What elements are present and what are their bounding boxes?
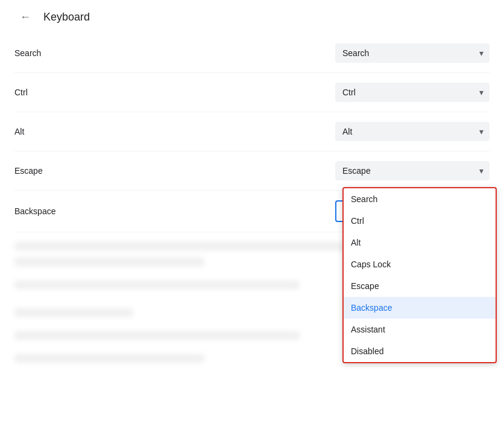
setting-row-alt: Alt Alt ▾	[14, 112, 490, 151]
back-button[interactable]: ←	[14, 6, 36, 28]
blurred-row-5	[14, 331, 300, 340]
search-select[interactable]: Search	[335, 43, 490, 63]
blurred-row-6	[14, 354, 204, 363]
dropdown-item-search[interactable]: Search	[344, 188, 496, 210]
setting-row-search: Search Search ▾	[14, 34, 490, 73]
blurred-row-3	[14, 281, 300, 289]
setting-row-escape: Escape Escape ▾	[14, 151, 490, 191]
backspace-label: Backspace	[14, 206, 55, 216]
ctrl-label: Ctrl	[14, 87, 28, 97]
page-title: Keyboard	[43, 11, 90, 24]
search-select-wrapper: Search ▾	[335, 43, 490, 63]
back-icon: ←	[20, 11, 31, 24]
escape-select[interactable]: Escape	[335, 161, 490, 180]
ctrl-select-wrapper: Ctrl ▾	[335, 83, 490, 102]
alt-label: Alt	[14, 127, 24, 136]
escape-select-wrapper: Escape ▾	[335, 161, 490, 180]
blurred-row-1	[14, 242, 394, 250]
dropdown-item-backspace[interactable]: Backspace	[344, 297, 496, 319]
escape-label: Escape	[14, 166, 43, 176]
search-label: Search	[14, 48, 41, 58]
dropdown-item-assistant[interactable]: Assistant	[344, 319, 496, 340]
alt-select[interactable]: Alt	[335, 122, 490, 141]
dropdown-item-alt[interactable]: Alt	[344, 232, 496, 253]
dropdown-item-disabled[interactable]: Disabled	[344, 340, 496, 362]
blurred-row-2	[14, 258, 204, 266]
dropdown-item-escape[interactable]: Escape	[344, 275, 496, 297]
backspace-dropdown: Search Ctrl Alt Caps Lock Escape Backspa…	[342, 187, 497, 363]
dropdown-item-ctrl[interactable]: Ctrl	[344, 210, 496, 232]
settings-page: ← Keyboard Search Search ▾ Ctrl Ctrl ▾	[0, 0, 504, 423]
blurred-row-4	[14, 308, 133, 317]
dropdown-item-caps-lock[interactable]: Caps Lock	[344, 253, 496, 275]
alt-select-wrapper: Alt ▾	[335, 122, 490, 141]
setting-row-ctrl: Ctrl Ctrl ▾	[14, 73, 490, 112]
header: ← Keyboard	[0, 0, 504, 34]
ctrl-select[interactable]: Ctrl	[335, 83, 490, 102]
